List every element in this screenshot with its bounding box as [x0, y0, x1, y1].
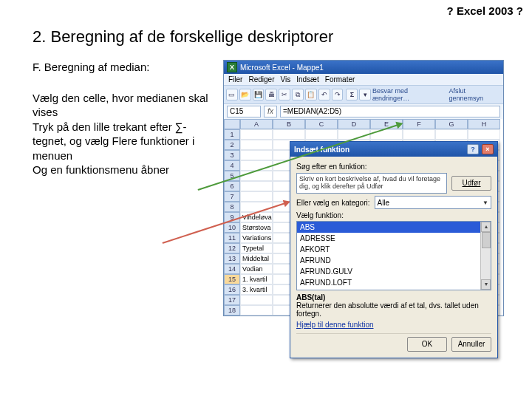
category-value: Alle — [378, 199, 390, 207]
undo-icon[interactable]: ↶ — [318, 89, 330, 100]
instruction-line: Vælg den celle, hvor medianen skal vises — [33, 91, 217, 120]
row-header[interactable]: 15 — [224, 274, 240, 284]
cell[interactable] — [435, 129, 468, 140]
list-item[interactable]: ANTAL.BLANKE — [297, 288, 491, 290]
scroll-thumb[interactable] — [482, 232, 491, 248]
cut-icon[interactable]: ✂ — [279, 89, 290, 100]
row-header[interactable]: 18 — [224, 305, 240, 316]
menu-insert[interactable]: Indsæt — [295, 75, 321, 83]
scroll-down-icon[interactable]: ▾ — [481, 279, 491, 290]
list-item[interactable]: AFRUND.LOFT — [297, 277, 491, 288]
cell[interactable] — [240, 181, 273, 191]
new-icon[interactable]: ▭ — [226, 89, 238, 100]
row-header[interactable]: 17 — [224, 295, 240, 305]
menu-file[interactable]: Filer — [227, 75, 244, 83]
run-button[interactable]: Udfør — [451, 176, 491, 191]
row-header[interactable]: 13 — [224, 253, 240, 264]
formula-bar: C15 fx =MEDIAN(A2:D5) — [224, 104, 503, 119]
open-icon[interactable]: 📂 — [239, 89, 251, 100]
cell[interactable]: Størstova — [240, 222, 273, 233]
list-item[interactable]: AFRUND — [297, 255, 491, 266]
menu-format[interactable]: Formater — [324, 75, 357, 83]
col-header[interactable]: D — [338, 119, 370, 129]
function-signature: ABS(tal) — [296, 293, 325, 301]
scroll-up-icon[interactable]: ▴ — [481, 222, 491, 232]
list-item[interactable]: AFRUND.GULV — [297, 266, 491, 277]
formula-input[interactable]: =MEDIAN(A2:D5) — [280, 106, 500, 117]
col-header[interactable]: H — [468, 119, 500, 129]
row-header[interactable]: 1 — [224, 129, 240, 140]
function-desc-text: Returnerer den absolutte værdi af et tal… — [296, 301, 479, 318]
search-label: Søg efter en funktion: — [296, 163, 491, 171]
function-listbox[interactable]: ABS ADRESSE AFKORT AFRUND AFRUND.GULV AF… — [296, 221, 491, 290]
fx-button[interactable]: fx — [264, 106, 277, 117]
col-header[interactable]: B — [273, 119, 305, 129]
list-item[interactable]: ABS — [297, 222, 491, 233]
instruction-line: Tryk på den lille trekant efter ∑-tegnet… — [33, 120, 217, 163]
row-header[interactable]: 4 — [224, 160, 240, 171]
col-header[interactable]: G — [435, 119, 468, 129]
cell[interactable]: 3. kvartil — [240, 284, 273, 295]
scrollbar[interactable]: ▴ ▾ — [480, 222, 491, 290]
redo-icon[interactable]: ↷ — [332, 89, 344, 100]
cell[interactable] — [240, 129, 273, 140]
function-label: Vælg funktion: — [296, 211, 491, 219]
cell[interactable]: Typetal — [240, 243, 273, 253]
col-header[interactable]: C — [305, 119, 338, 129]
cell[interactable] — [240, 191, 273, 202]
row-header[interactable]: 11 — [224, 233, 240, 243]
cell[interactable] — [273, 129, 305, 140]
excel-app-icon: X — [227, 62, 237, 72]
cell[interactable]: 1. kvartil — [240, 274, 273, 284]
row-header[interactable]: 2 — [224, 140, 240, 150]
paste-icon[interactable]: 📋 — [305, 89, 317, 100]
row-header[interactable]: 14 — [224, 264, 240, 274]
ok-button[interactable]: OK — [407, 337, 447, 352]
cell[interactable] — [468, 129, 500, 140]
name-box[interactable]: C15 — [227, 106, 261, 117]
row-header[interactable]: 3 — [224, 150, 240, 160]
toolbar-reply[interactable]: Besvar med ændringer… — [372, 87, 446, 102]
cancel-button[interactable]: Annuller — [451, 337, 491, 352]
corner-header[interactable] — [224, 119, 240, 129]
cell[interactable] — [240, 150, 273, 160]
save-icon[interactable]: 💾 — [253, 89, 265, 100]
cell[interactable] — [305, 129, 338, 140]
menu-view[interactable]: Vis — [279, 75, 292, 83]
autosum-dropdown-icon[interactable]: ▾ — [359, 89, 371, 100]
excel-titlebar: X Microsoft Excel - Mappe1 — [224, 61, 503, 74]
toolbar-endreview[interactable]: Afslut gennemsyn — [449, 87, 501, 102]
standard-toolbar: ▭ 📂 💾 🖶 ✂ ⧉ 📋 ↶ ↷ Σ ▾ Besvar med ændring… — [224, 85, 503, 104]
cell[interactable] — [403, 129, 435, 140]
category-label: Eller vælg en kategori: — [296, 199, 370, 207]
autosum-icon[interactable]: Σ — [346, 89, 358, 100]
print-icon[interactable]: 🖶 — [265, 89, 277, 100]
search-input[interactable]: Skriv en kort beskrivelse af, hvad du vi… — [296, 173, 447, 194]
copy-icon[interactable]: ⧉ — [292, 89, 304, 100]
cell[interactable] — [240, 140, 273, 150]
row-header[interactable]: 7 — [224, 191, 240, 202]
excel-title: Microsoft Excel - Mappe1 — [240, 64, 324, 72]
cell[interactable]: Variations — [240, 233, 273, 243]
cell[interactable]: Middeltal — [240, 253, 273, 264]
menu-edit[interactable]: Rediger — [247, 75, 276, 83]
help-icon[interactable]: ? — [467, 144, 479, 154]
function-description: ABS(tal) Returnerer den absolutte værdi … — [296, 293, 491, 318]
col-header[interactable]: A — [240, 119, 273, 129]
breadcrumb: ? Excel 2003 ? — [0, 0, 532, 17]
row-header[interactable]: 8 — [224, 202, 240, 212]
cell[interactable] — [240, 305, 273, 316]
chevron-down-icon: ▼ — [482, 200, 488, 206]
help-link-text: Hjælp til denne funktion — [296, 321, 374, 329]
row-header[interactable]: 16 — [224, 284, 240, 295]
list-item[interactable]: AFKORT — [297, 244, 491, 255]
list-item[interactable]: ADRESSE — [297, 233, 491, 244]
row-header[interactable]: 12 — [224, 243, 240, 253]
help-link[interactable]: Hjælp til denne funktion — [296, 321, 491, 329]
col-header[interactable]: F — [403, 119, 435, 129]
close-icon[interactable]: × — [482, 144, 494, 154]
category-select[interactable]: Alle ▼ — [375, 196, 492, 209]
cell[interactable] — [240, 295, 273, 305]
cell[interactable]: Vodian — [240, 264, 273, 274]
excel-menubar[interactable]: Filer Rediger Vis Indsæt Formater — [224, 74, 503, 85]
